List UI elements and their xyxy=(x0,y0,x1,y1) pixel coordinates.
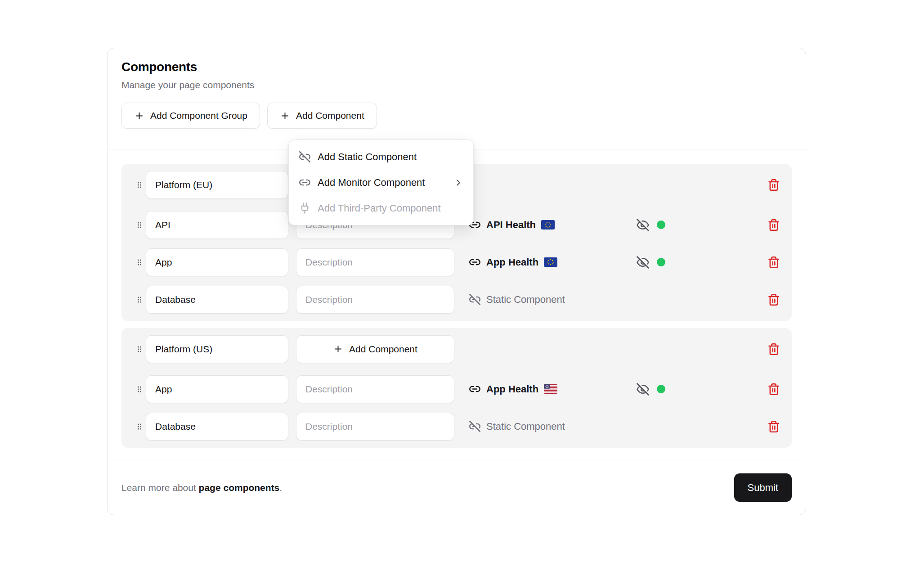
drag-handle-icon[interactable] xyxy=(135,293,144,306)
group-name-input[interactable] xyxy=(146,171,288,199)
delete-component-button[interactable] xyxy=(767,293,780,306)
status-dot xyxy=(657,258,665,266)
visibility-status xyxy=(636,256,665,269)
link-off-icon xyxy=(299,151,311,163)
delete-group-button[interactable] xyxy=(767,343,780,356)
drag-handle-icon[interactable] xyxy=(135,383,144,396)
component-name-input[interactable] xyxy=(146,375,288,403)
monitor-name: App Health xyxy=(486,383,538,395)
learn-more-suffix: . xyxy=(279,482,282,493)
drag-handle-icon[interactable] xyxy=(135,343,144,356)
link-icon xyxy=(469,383,481,395)
trash-icon xyxy=(767,420,780,433)
static-label: Static Component xyxy=(486,421,565,432)
static-label: Static Component xyxy=(486,294,565,306)
add-component-button[interactable]: Add Component xyxy=(267,103,377,129)
static-component-label: Static Component xyxy=(469,293,636,306)
delete-component-button[interactable] xyxy=(767,219,780,231)
link-icon xyxy=(469,256,481,268)
drag-handle-icon[interactable] xyxy=(135,179,144,191)
trash-icon xyxy=(767,383,780,396)
menu-item-label: Add Static Component xyxy=(318,151,417,163)
learn-more-text: Learn more about page components. xyxy=(121,482,282,493)
add-component-group-label: Add Component Group xyxy=(150,110,247,121)
component-row-database: Static Component xyxy=(121,281,792,318)
trash-icon xyxy=(767,219,780,231)
component-name-input[interactable] xyxy=(146,248,288,276)
status-dot xyxy=(657,385,665,393)
eye-off-icon[interactable] xyxy=(636,382,650,396)
page-components-link[interactable]: page components xyxy=(199,482,280,493)
component-name-input[interactable] xyxy=(146,211,288,239)
trash-icon xyxy=(767,343,780,356)
plus-icon xyxy=(134,111,144,121)
linked-monitor: API Health xyxy=(469,219,636,231)
components-card: Components Manage your page components A… xyxy=(107,48,806,515)
component-name-input[interactable] xyxy=(146,286,288,314)
add-component-menu: Add Static Component Add Monitor Compone… xyxy=(288,140,474,225)
component-group-platform-us: Add Component xyxy=(121,328,792,448)
delete-component-button[interactable] xyxy=(767,420,780,433)
menu-item-add-static-component[interactable]: Add Static Component xyxy=(289,144,473,170)
visibility-status xyxy=(636,382,665,396)
trash-icon xyxy=(767,293,780,306)
trash-icon xyxy=(767,179,780,191)
drag-handle-icon[interactable] xyxy=(135,219,144,231)
link-off-icon xyxy=(469,420,481,432)
component-row-app: App Health xyxy=(121,370,792,408)
component-row-app: App Health xyxy=(121,243,792,281)
monitor-name: API Health xyxy=(486,219,536,231)
card-header: Components Manage your page components A… xyxy=(108,48,806,149)
drag-handle-icon[interactable] xyxy=(135,256,144,269)
eu-flag-icon xyxy=(541,220,555,230)
submit-button[interactable]: Submit xyxy=(734,473,792,502)
menu-item-label: Add Monitor Component xyxy=(318,177,425,189)
delete-group-button[interactable] xyxy=(767,179,780,191)
linked-monitor: App Health xyxy=(469,383,636,395)
menu-item-add-third-party-component: Add Third-Party Component xyxy=(289,195,473,221)
component-description-input[interactable] xyxy=(296,248,454,276)
plug-icon xyxy=(299,202,311,214)
component-description-input[interactable] xyxy=(296,413,454,441)
eye-off-icon[interactable] xyxy=(636,218,650,232)
static-component-label: Static Component xyxy=(469,420,636,432)
toolbar: Add Component Group Add Component xyxy=(121,103,792,129)
us-flag-icon xyxy=(544,384,557,394)
visibility-status xyxy=(636,218,665,232)
trash-icon xyxy=(767,256,780,269)
monitor-name: App Health xyxy=(486,256,538,268)
delete-component-button[interactable] xyxy=(767,383,780,396)
page-title: Components xyxy=(121,60,792,74)
plus-icon xyxy=(280,111,290,121)
linked-monitor: App Health xyxy=(469,256,636,268)
link-off-icon xyxy=(469,293,481,306)
chevron-right-icon xyxy=(453,178,463,188)
eye-off-icon[interactable] xyxy=(636,256,650,269)
group-header-row: Add Component xyxy=(121,328,792,370)
component-description-input[interactable] xyxy=(296,286,454,314)
component-description-input[interactable] xyxy=(296,375,454,403)
menu-item-add-monitor-component[interactable]: Add Monitor Component xyxy=(289,170,473,195)
add-component-label: Add Component xyxy=(296,110,364,121)
page-subtitle: Manage your page components xyxy=(121,80,792,90)
delete-component-button[interactable] xyxy=(767,256,780,269)
plus-icon xyxy=(333,344,343,354)
learn-more-prefix: Learn more about xyxy=(121,482,199,493)
component-name-input[interactable] xyxy=(146,413,288,441)
group-add-component-button[interactable]: Add Component xyxy=(296,335,454,363)
menu-item-label: Add Third-Party Component xyxy=(318,202,441,214)
status-dot xyxy=(657,220,665,229)
eu-flag-icon xyxy=(544,257,557,267)
page: Components Manage your page components A… xyxy=(0,0,924,576)
drag-handle-icon[interactable] xyxy=(135,420,144,433)
card-footer: Learn more about page components. Submit xyxy=(108,460,806,515)
link-icon xyxy=(299,176,311,189)
add-component-group-button[interactable]: Add Component Group xyxy=(121,103,260,129)
group-name-input[interactable] xyxy=(146,335,288,363)
group-add-component-label: Add Component xyxy=(349,344,417,355)
component-row-database: Static Component xyxy=(121,408,792,445)
